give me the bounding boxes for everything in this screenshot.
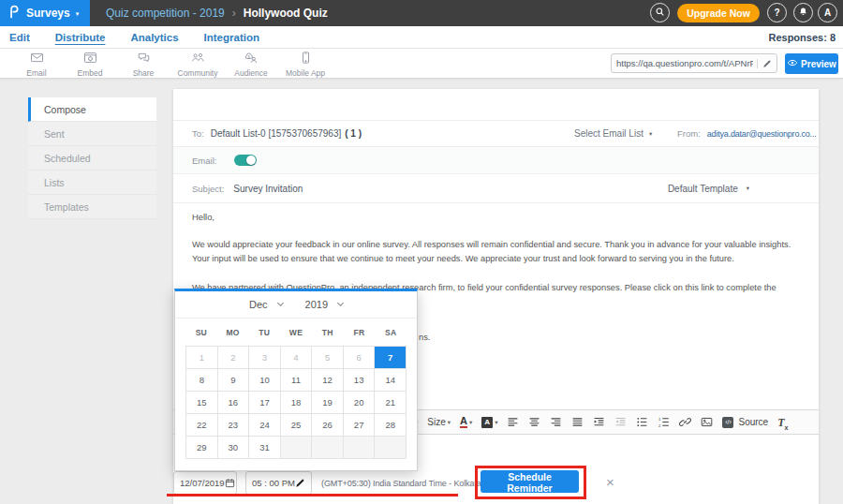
share-icon xyxy=(137,52,151,67)
select-email-list-dropdown[interactable]: Select Email List ▾ xyxy=(574,128,652,139)
edit-url-icon[interactable] xyxy=(757,59,772,68)
day-cell-12[interactable]: 12 xyxy=(312,369,343,391)
calendar-icon[interactable] xyxy=(225,478,235,488)
day-cell-13[interactable]: 13 xyxy=(344,369,375,391)
close-icon[interactable]: × xyxy=(606,472,614,493)
day-cell-23[interactable]: 23 xyxy=(218,414,249,436)
day-cell-28[interactable]: 28 xyxy=(375,414,406,436)
avatar[interactable]: A xyxy=(818,3,837,22)
month-select[interactable]: Dec xyxy=(249,299,283,310)
image-button[interactable] xyxy=(701,416,713,428)
link-button[interactable] xyxy=(679,416,691,428)
subject-value[interactable]: Survey Invitation xyxy=(233,184,303,194)
channel-label: Community xyxy=(169,68,227,78)
day-cell-3[interactable]: 3 xyxy=(249,347,280,368)
day-cell-15[interactable]: 15 xyxy=(186,392,217,413)
day-cell-21[interactable]: 21 xyxy=(375,392,406,413)
remove-format-button[interactable]: Tx xyxy=(777,413,788,431)
justify-button[interactable] xyxy=(571,416,584,428)
tab-distribute[interactable]: Distribute xyxy=(55,32,106,43)
breadcrumb-survey-folder[interactable]: Quiz competition - 2019 xyxy=(106,7,225,20)
channel-audience[interactable]: $Audience xyxy=(222,51,280,78)
align-right-button[interactable] xyxy=(550,416,562,428)
sidebar-item-scheduled[interactable]: Scheduled xyxy=(28,146,156,170)
day-header-fr: FR xyxy=(344,328,376,337)
day-cell-31[interactable]: 31 xyxy=(249,437,280,458)
day-cell-6[interactable]: 6 xyxy=(344,347,375,368)
mobile-app-icon xyxy=(299,52,313,67)
schedule-reminder-button[interactable]: Schedule Reminder xyxy=(481,470,579,493)
day-cell-7[interactable]: 7 xyxy=(375,347,406,368)
survey-url-field[interactable]: https://qa.questionpro.com/t/APNrFZf2S xyxy=(611,53,777,73)
sidebar-item-sent[interactable]: Sent xyxy=(28,122,156,146)
day-cell-5[interactable]: 5 xyxy=(312,347,343,368)
day-cell-25[interactable]: 25 xyxy=(281,414,312,436)
source-button[interactable]: ‹/›Source xyxy=(722,417,768,428)
day-header-tu: TU xyxy=(248,328,280,337)
channel-email[interactable]: Email xyxy=(7,51,66,78)
day-cell-17[interactable]: 17 xyxy=(249,392,280,413)
text-color-button[interactable]: A▾ xyxy=(460,416,472,428)
surveys-menu-label: Surveys xyxy=(26,7,70,20)
search-button[interactable] xyxy=(650,3,670,22)
preview-button[interactable]: Preview xyxy=(785,53,838,74)
upgrade-now-button[interactable]: Upgrade Now xyxy=(677,4,760,22)
numbered-list-button[interactable]: 12 xyxy=(658,416,670,428)
day-cell-16[interactable]: 16 xyxy=(218,392,249,413)
year-select[interactable]: 2019 xyxy=(305,299,343,310)
help-button[interactable]: ? xyxy=(767,3,787,22)
surveys-menu[interactable]: Surveys ▾ xyxy=(0,0,90,26)
sidebar-item-lists[interactable]: Lists xyxy=(28,170,156,195)
day-cell-11[interactable]: 11 xyxy=(281,369,312,391)
day-cell-8[interactable]: 8 xyxy=(186,369,217,391)
chevron-down-icon xyxy=(276,300,283,306)
day-cell-27[interactable]: 27 xyxy=(344,414,375,436)
channel-share[interactable]: Share xyxy=(114,51,172,78)
day-cell-1[interactable]: 1 xyxy=(186,347,217,368)
align-left-button[interactable] xyxy=(507,416,519,428)
email-toggle[interactable] xyxy=(234,155,257,166)
indent-button[interactable] xyxy=(593,416,605,428)
day-cell-18[interactable]: 18 xyxy=(281,392,312,413)
subject-row: Subject: Survey Invitation Default Templ… xyxy=(173,174,819,203)
channel-community[interactable]: Community xyxy=(169,51,227,78)
chevron-down-icon xyxy=(337,300,344,306)
channel-mobile-app[interactable]: Mobile App xyxy=(276,51,334,78)
day-cell-19[interactable]: 19 xyxy=(312,392,343,413)
year-select-value: 2019 xyxy=(305,299,328,310)
day-cell-10[interactable]: 10 xyxy=(249,369,280,391)
day-cell-20[interactable]: 20 xyxy=(344,392,375,413)
day-cell-29[interactable]: 29 xyxy=(186,437,217,458)
schedule-time-input[interactable]: 05 : 00 PM xyxy=(245,471,312,495)
schedule-date-input[interactable]: 12/07/2019 xyxy=(173,471,237,495)
nav-tabs: EditDistributeAnalyticsIntegration xyxy=(0,26,843,49)
channel-label: Audience xyxy=(222,68,280,78)
day-header-su: SU xyxy=(185,328,217,337)
timezone-row: (GMT+05:30) India Standard Time - Kolkat… xyxy=(321,471,496,495)
tab-integration[interactable]: Integration xyxy=(204,32,259,43)
sidebar-item-compose[interactable]: Compose xyxy=(28,97,156,122)
background-color-button[interactable]: A▾ xyxy=(481,417,497,428)
day-cell-2[interactable]: 2 xyxy=(218,347,249,368)
notifications-button[interactable] xyxy=(793,3,813,22)
channel-label: Email xyxy=(7,68,66,78)
align-center-button[interactable] xyxy=(528,416,540,428)
sidebar-item-templates[interactable]: Templates xyxy=(28,195,156,219)
day-cell-4[interactable]: 4 xyxy=(281,347,312,368)
day-header-sa: SA xyxy=(375,328,407,337)
day-cell-14[interactable]: 14 xyxy=(375,369,406,391)
edit-time-icon[interactable] xyxy=(295,478,305,488)
template-dropdown[interactable]: Default Template ▾ xyxy=(668,184,749,194)
tab-analytics[interactable]: Analytics xyxy=(130,32,178,43)
bulleted-list-button[interactable] xyxy=(636,416,648,428)
day-cell-9[interactable]: 9 xyxy=(218,369,249,391)
tab-edit[interactable]: Edit xyxy=(9,32,30,43)
day-cell-26[interactable]: 26 xyxy=(312,414,343,436)
from-email[interactable]: aditya.datar@questionpro.co... xyxy=(707,129,817,139)
day-cell-30[interactable]: 30 xyxy=(218,437,249,458)
email-body-paragraph: We would appreciate your feedback in our… xyxy=(192,238,804,266)
day-cell-22[interactable]: 22 xyxy=(186,414,217,436)
channel-embed[interactable]: Embed xyxy=(61,51,119,78)
size-dropdown-button[interactable]: Size▾ xyxy=(427,417,451,427)
day-cell-24[interactable]: 24 xyxy=(249,414,280,436)
